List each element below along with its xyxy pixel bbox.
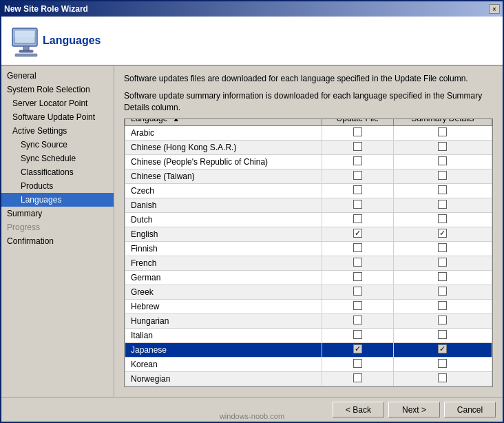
summary-details-checkbox[interactable] — [438, 373, 447, 382]
table-row[interactable]: Hungarian — [125, 314, 492, 329]
table-row[interactable]: Dutch — [125, 213, 492, 227]
update-file-cell[interactable] — [322, 329, 393, 343]
summary-details-checkbox[interactable] — [438, 142, 447, 151]
sidebar-item-confirmation[interactable]: Confirmation — [1, 234, 114, 248]
sidebar-item-languages[interactable]: Languages — [1, 193, 114, 207]
sidebar-item-classifications[interactable]: Classifications — [1, 165, 114, 179]
update-file-checkbox[interactable] — [353, 373, 362, 382]
summary-details-checkbox[interactable] — [438, 185, 447, 194]
summary-details-cell[interactable] — [393, 141, 492, 155]
update-file-checkbox[interactable] — [353, 344, 362, 353]
update-file-cell[interactable] — [322, 358, 393, 372]
table-row[interactable]: Finnish — [125, 242, 492, 256]
update-file-cell[interactable] — [322, 155, 393, 169]
close-button[interactable]: × — [489, 4, 500, 14]
sidebar-item-active-settings[interactable]: Active Settings — [1, 124, 114, 138]
update-file-checkbox[interactable] — [353, 301, 362, 310]
summary-details-cell[interactable] — [393, 155, 492, 169]
table-row[interactable]: Norwegian — [125, 372, 492, 386]
summary-details-checkbox[interactable] — [438, 156, 447, 165]
update-file-checkbox[interactable] — [353, 316, 362, 324]
update-file-cell[interactable] — [322, 256, 393, 271]
sidebar-item-products[interactable]: Products — [1, 179, 114, 193]
table-row[interactable]: Italian — [125, 329, 492, 343]
table-row[interactable]: German — [125, 271, 492, 285]
update-file-cell[interactable] — [322, 285, 393, 300]
update-file-cell[interactable] — [322, 343, 393, 358]
summary-details-checkbox[interactable] — [438, 330, 447, 339]
summary-details-checkbox[interactable] — [438, 229, 447, 238]
update-file-checkbox[interactable] — [353, 359, 362, 368]
sidebar-item-server-locator-point[interactable]: Server Locator Point — [1, 96, 114, 110]
summary-details-checkbox[interactable] — [438, 200, 447, 209]
table-row[interactable]: Czech — [125, 184, 492, 198]
table-row[interactable]: Korean — [125, 358, 492, 372]
summary-details-checkbox[interactable] — [438, 301, 447, 310]
update-file-cell[interactable] — [322, 314, 393, 329]
summary-details-cell[interactable] — [393, 314, 492, 329]
sidebar-item-sync-source[interactable]: Sync Source — [1, 138, 114, 152]
table-row[interactable]: Arabic — [125, 126, 492, 141]
summary-details-checkbox[interactable] — [438, 272, 447, 281]
summary-details-checkbox[interactable] — [438, 359, 447, 368]
update-file-cell[interactable] — [322, 227, 393, 242]
summary-details-cell[interactable] — [393, 358, 492, 372]
summary-details-checkbox[interactable] — [438, 344, 447, 353]
update-file-checkbox[interactable] — [353, 229, 362, 238]
summary-details-checkbox[interactable] — [438, 243, 447, 252]
table-row[interactable]: Greek — [125, 285, 492, 300]
table-row[interactable]: Japanese — [125, 343, 492, 358]
update-file-checkbox[interactable] — [353, 142, 362, 151]
summary-details-checkbox[interactable] — [438, 316, 447, 324]
update-file-checkbox[interactable] — [353, 330, 362, 339]
update-file-checkbox[interactable] — [353, 127, 362, 136]
update-file-checkbox[interactable] — [353, 156, 362, 165]
summary-details-cell[interactable] — [393, 242, 492, 256]
col-update-file[interactable]: Update File — [322, 118, 393, 126]
table-row[interactable]: French — [125, 256, 492, 271]
update-file-cell[interactable] — [322, 300, 393, 314]
sidebar-item-general[interactable]: General — [1, 69, 114, 83]
summary-details-checkbox[interactable] — [438, 214, 447, 223]
summary-details-checkbox[interactable] — [438, 127, 447, 136]
update-file-checkbox[interactable] — [353, 258, 362, 267]
update-file-cell[interactable] — [322, 372, 393, 386]
cancel-button[interactable]: Cancel — [444, 402, 496, 417]
update-file-checkbox[interactable] — [353, 200, 362, 209]
update-file-cell[interactable] — [322, 141, 393, 155]
summary-details-cell[interactable] — [393, 271, 492, 285]
summary-details-checkbox[interactable] — [438, 258, 447, 267]
table-row[interactable]: Hebrew — [125, 300, 492, 314]
update-file-cell[interactable] — [322, 184, 393, 198]
summary-details-cell[interactable] — [393, 227, 492, 242]
summary-details-cell[interactable] — [393, 372, 492, 386]
update-file-cell[interactable] — [322, 126, 393, 141]
table-row[interactable]: English — [125, 227, 492, 242]
summary-details-checkbox[interactable] — [438, 287, 447, 296]
sidebar-item-software-update-point[interactable]: Software Update Point — [1, 110, 114, 124]
update-file-checkbox[interactable] — [353, 214, 362, 223]
col-language[interactable]: Language ▲ — [125, 118, 322, 126]
update-file-cell[interactable] — [322, 242, 393, 256]
update-file-cell[interactable] — [322, 198, 393, 213]
update-file-checkbox[interactable] — [353, 287, 362, 296]
update-file-cell[interactable] — [322, 213, 393, 227]
table-row[interactable]: Chinese (People's Republic of China) — [125, 155, 492, 169]
back-button[interactable]: < Back — [333, 402, 384, 417]
summary-details-cell[interactable] — [393, 169, 492, 184]
next-button[interactable]: Next > — [388, 402, 440, 417]
summary-details-cell[interactable] — [393, 213, 492, 227]
sidebar-item-summary[interactable]: Summary — [1, 207, 114, 220]
summary-details-cell[interactable] — [393, 329, 492, 343]
sidebar-item-sync-schedule[interactable]: Sync Schedule — [1, 152, 114, 165]
update-file-checkbox[interactable] — [353, 171, 362, 180]
summary-details-cell[interactable] — [393, 184, 492, 198]
update-file-cell[interactable] — [322, 169, 393, 184]
update-file-cell[interactable] — [322, 271, 393, 285]
table-row[interactable]: Chinese (Taiwan) — [125, 169, 492, 184]
update-file-checkbox[interactable] — [353, 272, 362, 281]
summary-details-cell[interactable] — [393, 198, 492, 213]
table-row[interactable]: Danish — [125, 198, 492, 213]
summary-details-cell[interactable] — [393, 300, 492, 314]
summary-details-checkbox[interactable] — [438, 171, 447, 180]
